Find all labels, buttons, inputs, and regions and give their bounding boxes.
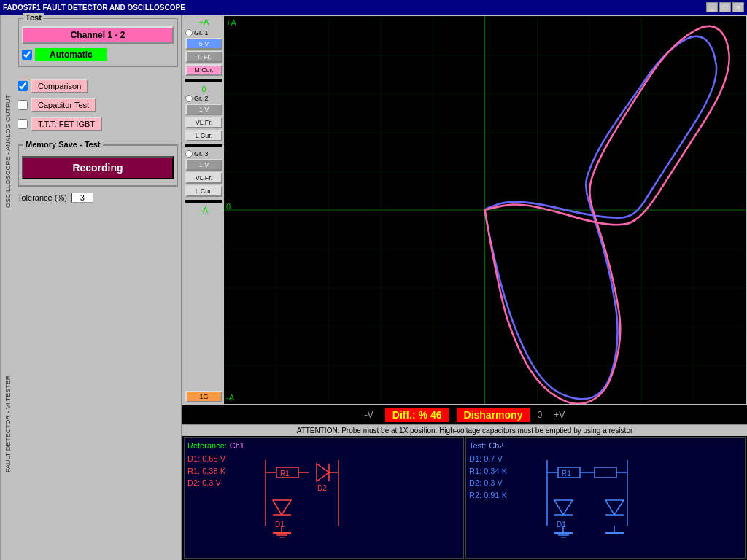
svg-rect-25: [595, 467, 616, 478]
test-r1: R1: 0,34 K: [469, 465, 507, 478]
gr1-radio: Gr. 1: [185, 29, 222, 36]
comparison-btn[interactable]: Comparison: [31, 79, 88, 93]
window-title: FADOS7F1 FAULT DETECTOR AND OSCILLOSCOPE: [3, 4, 185, 12]
reference-panel: Referance: Ch1 D1: 0,65 V R1: 0,38 K D2:…: [184, 438, 464, 559]
svg-text:D2: D2: [317, 484, 327, 492]
memory-group-title: Memory Save - Test: [23, 140, 103, 149]
gr1-tfr-btn[interactable]: T. Fr.: [185, 51, 222, 63]
ttt-btn[interactable]: T.T.T. FET IGBT: [31, 117, 102, 131]
test-data: D1: 0,7 V R1: 0,34 K D2: 0,3 V R2: 0,91 …: [469, 453, 507, 548]
left-panel: Test Channel 1 - 2 Automatic Comparison …: [15, 15, 182, 560]
disharmony-label: Disharmony: [457, 408, 530, 422]
channel-button[interactable]: Channel 1 - 2: [22, 26, 174, 44]
ref-d2: D2: 0,3 V: [187, 477, 225, 489]
scope-screen: +A -A 0: [224, 16, 746, 404]
separator-1: [185, 79, 222, 82]
gr2-radio: Gr. 2: [185, 95, 222, 102]
v-right-label: +V: [549, 410, 569, 420]
svg-marker-32: [605, 500, 624, 515]
tolerance-label: Tolerance (%): [18, 193, 67, 202]
svg-marker-14: [273, 500, 291, 515]
ttt-row: T.T.T. FET IGBT: [18, 115, 178, 133]
oscilloscope-area: +A Gr. 1 5 V T. Fr. M Cur. 0 Gr. 2 1 V V…: [182, 15, 747, 405]
svg-text:R1: R1: [562, 470, 571, 478]
vertical-label-strip: OSCILLOSCOPE - ANALOG OUTPUT FAULT DETEC…: [0, 15, 15, 560]
test-r2: R2: 0,91 K: [469, 489, 507, 502]
tolerance-input[interactable]: [71, 192, 93, 203]
gain-1g-btn[interactable]: 1G: [185, 391, 222, 402]
gr1-radio-input[interactable]: [185, 29, 193, 36]
gr3-lcur-btn[interactable]: L Cur.: [185, 185, 222, 197]
gr2-radio-input[interactable]: [185, 95, 193, 102]
test-group-title: Test: [23, 13, 44, 22]
test-d2: D2: 0,3 V: [469, 477, 507, 489]
gr3-label: Gr. 3: [194, 150, 209, 158]
circuit-panels: Referance: Ch1 D1: 0,65 V R1: 0,38 K D2:…: [182, 436, 747, 560]
scope-controls: +A Gr. 1 5 V T. Fr. M Cur. 0 Gr. 2 1 V V…: [184, 16, 224, 404]
svg-marker-8: [317, 464, 329, 481]
gr3-1v-btn[interactable]: 1 V: [185, 159, 222, 171]
capacitor-row: Capacitor Test: [18, 96, 178, 114]
tolerance-row: Tolerance (%): [18, 192, 178, 203]
test-panel: Test: Ch2 D1: 0,7 V R1: 0,34 K D2: 0,3 V…: [465, 438, 746, 559]
window-controls: _ □ ×: [706, 2, 744, 12]
separator-3: [185, 200, 222, 203]
zero-axis: 0: [226, 202, 231, 211]
minus-a-axis: -A: [226, 393, 234, 402]
test-title: Test:: [469, 441, 486, 450]
right-panel: +A Gr. 1 5 V T. Fr. M Cur. 0 Gr. 2 1 V V…: [182, 15, 747, 560]
scope-svg: [224, 16, 746, 404]
zero-mid-label: 0: [537, 410, 542, 420]
comparison-checkbox[interactable]: [18, 81, 28, 91]
gr1-mcur-btn[interactable]: M Cur.: [185, 64, 222, 76]
minimize-btn[interactable]: _: [706, 2, 718, 12]
gr2-lcur-btn[interactable]: L Cur.: [185, 130, 222, 141]
memory-group: Memory Save - Test Recording: [18, 144, 178, 187]
gr1-label: Gr. 1: [194, 29, 209, 36]
close-btn[interactable]: ×: [732, 2, 744, 12]
svg-text:R1: R1: [280, 470, 290, 478]
svg-text:D1: D1: [557, 521, 566, 529]
gr3-vlfr-btn[interactable]: VL Fr.: [185, 172, 222, 184]
gr2-label: Gr. 2: [194, 95, 209, 102]
gr3-radio: Gr. 3: [185, 150, 222, 158]
test-circuit-svg: R1 D1: [507, 453, 653, 548]
minus-a-label: -A: [185, 206, 222, 214]
test-channel: Ch2: [489, 441, 503, 450]
options-group: Comparison Capacitor Test T.T.T. FET IGB…: [18, 76, 178, 134]
oscilloscope-label: OSCILLOSCOPE - ANALOG OUTPUT: [0, 15, 15, 287]
ref-d1: D1: 0,65 V: [187, 453, 225, 465]
diff-label: Diff.: % 46: [385, 408, 449, 422]
gr1-5v-btn[interactable]: 5 V: [185, 38, 222, 50]
ref-data: D1: 0,65 V R1: 0,38 K D2: 0,3 V: [187, 453, 225, 548]
ref-r1: R1: 0,38 K: [187, 465, 225, 478]
capacitor-btn[interactable]: Capacitor Test: [31, 98, 96, 112]
recording-button[interactable]: Recording: [22, 156, 174, 179]
gr2-vlfr-btn[interactable]: VL Fr.: [185, 117, 222, 128]
ref-channel: Ch1: [230, 441, 244, 450]
automatic-row: Automatic: [22, 48, 174, 61]
automatic-label: Automatic: [35, 48, 107, 61]
fault-detector-label: FAULT DETECTOR - VI TESTER: [0, 287, 15, 560]
capacitor-checkbox[interactable]: [18, 100, 28, 110]
ttt-checkbox[interactable]: [18, 119, 28, 129]
zero-label: 0: [185, 85, 222, 93]
automatic-checkbox[interactable]: [22, 50, 32, 60]
maximize-btn[interactable]: □: [719, 2, 731, 12]
svg-text:D1: D1: [275, 521, 285, 529]
comparison-row: Comparison: [18, 77, 178, 95]
svg-marker-29: [554, 500, 573, 515]
gr2-1v-btn[interactable]: 1 V: [185, 104, 222, 115]
diff-bar: -V Diff.: % 46 Disharmony 0 +V: [182, 405, 747, 424]
test-d1: D1: 0,7 V: [469, 453, 507, 465]
v-left-label: -V: [360, 410, 378, 420]
attention-bar: ATTENTION: Probe must be at 1X position.…: [182, 424, 747, 436]
plus-a-axis: +A: [226, 18, 236, 27]
gr3-radio-input[interactable]: [185, 150, 193, 158]
plus-a-label: +A: [185, 18, 222, 26]
ref-title: Referance:: [187, 441, 227, 450]
ref-circuit-svg: R1 D2 D: [225, 453, 371, 548]
test-group: Test Channel 1 - 2 Automatic: [18, 18, 178, 67]
separator-2: [185, 144, 222, 147]
